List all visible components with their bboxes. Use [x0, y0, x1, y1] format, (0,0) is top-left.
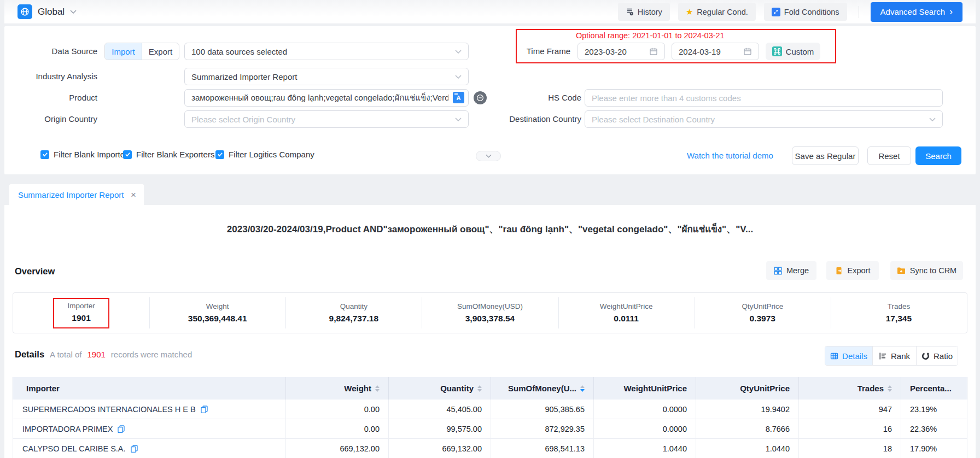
table-row: IMPORTADORA PRIMEX 0.00 99,575.00 872,92… — [13, 419, 967, 439]
details-table: Importer Weight Quantity SumOfMoney(U...… — [13, 377, 967, 458]
column-quantity[interactable]: Quantity — [389, 377, 491, 400]
sort-icon[interactable] — [477, 385, 482, 392]
merge-button[interactable]: Merge — [766, 261, 816, 280]
overview-heading: Overview — [15, 266, 55, 277]
column-trades[interactable]: Trades — [799, 377, 901, 400]
end-date-input[interactable]: 2024-03-19 — [672, 43, 759, 60]
calendar-icon[interactable] — [743, 47, 752, 56]
data-sources-select[interactable]: 100 data sources selected — [184, 43, 469, 60]
tab-label: Summarized Importer Report — [18, 190, 125, 199]
translate-icon[interactable]: A — [453, 92, 464, 103]
sync-to-crm-button[interactable]: Sync to CRM — [890, 261, 963, 280]
importer-name[interactable]: SUPERMERCADOS INTERNACIONALES H E B — [22, 405, 196, 414]
stat-label: Quantity — [340, 302, 368, 310]
trades-cell: 16 — [799, 419, 901, 439]
search-button[interactable]: Search — [915, 146, 961, 165]
sync-to-crm-label: Sync to CRM — [910, 266, 956, 275]
fold-icon — [772, 8, 780, 16]
percentage-cell: 17.90% — [901, 439, 967, 458]
stat-label: WeightUnitPrice — [600, 302, 653, 310]
chevron-down-icon — [929, 118, 936, 121]
quantity-cell: 669,132.00 — [389, 439, 491, 458]
filter-logistics-company-checkbox[interactable]: Filter Logitics Company — [215, 150, 314, 159]
export-button[interactable]: Export — [826, 261, 879, 280]
history-button[interactable]: History — [618, 3, 670, 21]
copy-icon[interactable] — [131, 445, 138, 453]
total-suffix: records were matched — [111, 350, 192, 359]
details-heading: Details — [15, 349, 44, 360]
checkbox-checked-icon — [123, 150, 132, 159]
column-qty-unit-price: QtyUnitPrice — [696, 377, 799, 400]
tab-summarized-importer-report[interactable]: Summarized Importer Report × — [9, 184, 144, 205]
view-ratio-button[interactable]: Ratio — [916, 347, 958, 365]
stat-value: 1901 — [72, 313, 90, 323]
start-date-value: 2023-03-20 — [585, 47, 645, 56]
stat-importer: Importer 1901 — [13, 293, 149, 333]
sort-icon[interactable] — [375, 385, 380, 392]
product-input[interactable] — [184, 89, 469, 107]
regular-cond-button[interactable]: ★ Regular Cond. — [678, 3, 756, 21]
view-toggle: Details Rank Ratio — [825, 346, 958, 366]
qty-unit-price-cell: 19.9402 — [696, 400, 799, 419]
custom-range-button[interactable]: Custom — [766, 43, 820, 60]
region-selector[interactable]: Global — [18, 4, 77, 19]
sort-desc-icon[interactable] — [580, 385, 585, 392]
advanced-search-button[interactable]: Advanced Search › — [871, 2, 962, 22]
product-filter-icon[interactable] — [474, 91, 487, 104]
importer-name-cell[interactable]: SUPERMERCADOS INTERNACIONALES H E B — [13, 400, 286, 419]
view-rank-button[interactable]: Rank — [872, 347, 916, 365]
destination-country-select[interactable]: Please select Destination Country — [585, 110, 943, 128]
weight-cell: 0.00 — [286, 419, 389, 439]
importer-name-cell[interactable]: IMPORTADORA PRIMEX — [13, 419, 286, 439]
stat-value: 17,345 — [886, 314, 912, 324]
view-details-button[interactable]: Details — [825, 347, 872, 365]
column-weight[interactable]: Weight — [286, 377, 389, 400]
export-tab[interactable]: Export — [142, 43, 179, 60]
copy-icon[interactable] — [201, 406, 208, 413]
history-label: History — [638, 8, 662, 16]
search-form: Data Source Import Export 100 data sourc… — [4, 26, 976, 174]
tutorial-link[interactable]: Watch the tutorial demo — [687, 151, 773, 160]
weight-unit-price-cell: 0.0000 — [594, 400, 696, 419]
importer-name[interactable]: CALYPSO DEL CARIBE S.A. — [22, 444, 126, 453]
filter-blank-exporters-checkbox[interactable]: Filter Blank Exporters — [123, 150, 214, 159]
column-sum-of-money[interactable]: SumOfMoney(U... — [491, 377, 594, 400]
table-icon — [830, 352, 838, 360]
qty-unit-price-cell: 1.0440 — [696, 439, 799, 458]
stat-quantity: Quantity 9,824,737.18 — [285, 293, 422, 333]
advanced-search-label: Advanced Search — [880, 7, 945, 16]
stat-label: SumOfMoney(USD) — [457, 302, 523, 310]
importer-name-cell[interactable]: CALYPSO DEL CARIBE S.A. — [13, 439, 286, 458]
weight-unit-price-cell: 1.0440 — [594, 439, 696, 458]
hs-code-input[interactable] — [585, 89, 943, 107]
sort-icon[interactable] — [888, 385, 892, 392]
industry-analysis-select[interactable]: Summarized Importer Report — [184, 68, 469, 85]
checkbox-checked-icon — [215, 150, 224, 159]
import-tab[interactable]: Import — [105, 43, 142, 60]
destination-country-label: Destination Country — [466, 110, 581, 128]
table-row: SUPERMERCADOS INTERNACIONALES H E B 0.00… — [13, 400, 967, 419]
importer-name[interactable]: IMPORTADORA PRIMEX — [22, 425, 113, 433]
start-date-input[interactable]: 2023-03-20 — [578, 43, 665, 60]
report-content: 2023/03/20-2024/03/19,Product AND"заморо… — [4, 205, 976, 458]
star-icon: ★ — [686, 7, 693, 17]
view-label: Details — [842, 351, 867, 361]
globe-logo-icon — [18, 4, 32, 19]
collapse-form-button[interactable] — [476, 151, 501, 161]
details-summary: Details A total of 1901 records were mat… — [15, 349, 192, 360]
product-label: Product — [4, 89, 97, 107]
industry-analysis-value: Summarized Importer Report — [191, 72, 451, 81]
destination-country-placeholder: Please select Destination Country — [592, 115, 925, 124]
calendar-icon[interactable] — [649, 47, 658, 56]
copy-icon[interactable] — [118, 425, 125, 433]
origin-country-label: Origin Country — [4, 110, 97, 128]
save-as-regular-button[interactable]: Save as Regular — [792, 146, 859, 165]
close-icon[interactable]: × — [131, 190, 136, 199]
stat-value: 0.0111 — [614, 314, 639, 324]
reset-button[interactable]: Reset — [867, 146, 911, 165]
chevron-right-icon: › — [949, 7, 953, 16]
weight-unit-price-cell: 0.0000 — [594, 419, 696, 439]
fold-conditions-button[interactable]: Fold Conditions — [764, 3, 847, 21]
origin-country-select[interactable]: Please select Origin Country — [184, 110, 469, 128]
filter-blank-importers-checkbox[interactable]: Filter Blank Importers — [40, 150, 132, 159]
